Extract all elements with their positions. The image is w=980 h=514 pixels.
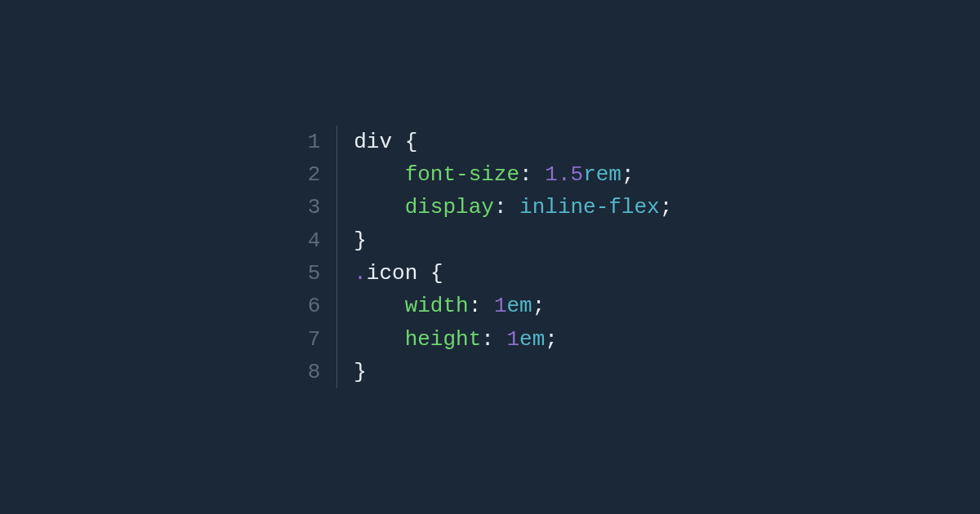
token: height [405, 327, 482, 352]
token: : [519, 162, 532, 187]
token: ; [545, 327, 558, 352]
token: ; [621, 162, 635, 187]
line-number: 3 [308, 191, 321, 224]
token: div [354, 130, 404, 154]
token: } [354, 360, 367, 384]
gutter-rule [336, 126, 337, 388]
code-line: height: 1em; [354, 323, 672, 356]
token: ; [660, 195, 673, 219]
token [532, 162, 546, 187]
token: 1 [507, 327, 520, 352]
token: 1 [494, 294, 507, 318]
code-content: div { font-size: 1.5rem; display: inline… [339, 126, 672, 388]
token: { [430, 261, 443, 286]
token [506, 195, 519, 219]
code-line: width: 1em; [354, 290, 672, 322]
token: : [494, 195, 507, 219]
token: rem [583, 162, 621, 187]
token: { [405, 130, 418, 154]
code-line: div { [354, 126, 672, 158]
line-number: 1 [308, 126, 321, 158]
code-line: } [354, 224, 672, 257]
token [494, 327, 507, 352]
token: icon [367, 261, 430, 286]
token: 1 [545, 162, 558, 187]
token: display [405, 195, 494, 219]
token: font-size [405, 162, 519, 187]
line-number: 2 [308, 158, 321, 191]
token: 5 [571, 162, 584, 187]
line-number-gutter: 12345678 [308, 126, 337, 388]
token: . [354, 261, 367, 286]
code-line: } [354, 356, 672, 388]
token: . [558, 162, 571, 187]
token: em [519, 327, 545, 352]
token: inline-flex [519, 195, 660, 219]
line-number: 4 [308, 224, 321, 257]
line-number: 8 [308, 356, 321, 388]
code-line: font-size: 1.5rem; [354, 158, 672, 191]
token: ; [532, 294, 546, 318]
indent [354, 191, 404, 224]
token: : [469, 294, 482, 318]
indent [354, 290, 404, 322]
code-line: display: inline-flex; [354, 191, 672, 224]
indent [354, 158, 404, 191]
line-number: 5 [308, 257, 321, 290]
token [481, 294, 494, 318]
indent [354, 323, 404, 356]
token: width [405, 294, 469, 318]
code-block: 12345678 div { font-size: 1.5rem; displa… [308, 126, 673, 388]
line-number: 7 [308, 323, 321, 356]
token: em [507, 294, 532, 318]
line-number: 6 [308, 290, 321, 322]
code-line: .icon { [354, 257, 672, 290]
token: } [354, 228, 367, 253]
token: : [481, 327, 494, 352]
